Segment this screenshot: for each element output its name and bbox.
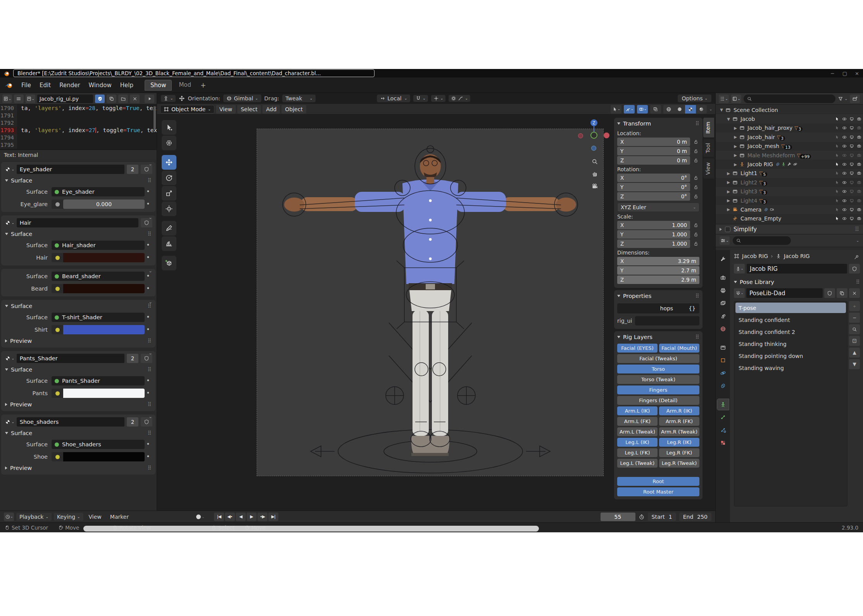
material-users-count[interactable]: 2: [127, 165, 138, 174]
n-panel-tab-view[interactable]: View: [703, 158, 714, 179]
rig-layer-button[interactable]: Facial (Tweaks): [617, 354, 699, 363]
timeline-editor-type-button[interactable]: ⌄: [4, 513, 14, 521]
properties-tab-constraints[interactable]: [717, 380, 729, 391]
properties-tab-view-layer[interactable]: [717, 298, 729, 309]
n-panel-tab-item[interactable]: Item: [703, 118, 714, 138]
expand-caret-icon[interactable]: ▼: [726, 117, 731, 121]
disable-render-toggle[interactable]: [857, 162, 861, 167]
hide-eye-toggle[interactable]: [842, 207, 847, 212]
disable-render-toggle[interactable]: [857, 135, 861, 139]
hide-eye-toggle[interactable]: [842, 189, 847, 194]
show-overlays-toggle[interactable]: ⌄: [637, 105, 648, 114]
disable-render-toggle[interactable]: [857, 216, 861, 221]
scale-rows-x-field[interactable]: X1.000: [617, 221, 690, 229]
disable-render-toggle[interactable]: [857, 207, 861, 212]
collapse-triangle-icon[interactable]: [617, 336, 620, 338]
play-button[interactable]: ▶: [247, 513, 257, 521]
move-gizmo-icon[interactable]: [179, 95, 185, 102]
disable-viewport-toggle[interactable]: [849, 189, 854, 194]
color-swatch[interactable]: [63, 452, 145, 461]
select-arrow-icon[interactable]: [835, 135, 839, 139]
color-swatch[interactable]: [63, 284, 145, 293]
material-datablock-button[interactable]: ⌄: [5, 220, 14, 225]
outliner-row[interactable]: ▼Scene Collection: [716, 105, 863, 114]
outliner-item-label[interactable]: Jacob: [740, 116, 755, 122]
surface-shader-field[interactable]: Shoe_shaders: [52, 440, 145, 449]
dim-rows-y-field[interactable]: Y2.7 m: [617, 266, 699, 275]
outliner-row[interactable]: ▶Jacob_hair▽3: [716, 132, 863, 141]
add-cube-tool[interactable]: [162, 256, 176, 270]
expand-caret-icon[interactable]: ▼: [719, 108, 724, 112]
collapse-triangle-icon[interactable]: [617, 295, 620, 297]
outliner-item-label[interactable]: Jacob_hair: [747, 134, 775, 140]
pose-add-button[interactable]: ＋: [849, 301, 860, 311]
lock-icon[interactable]: [692, 175, 699, 181]
viewport-menu-select[interactable]: Select: [237, 105, 261, 114]
next-keyframe-button[interactable]: •▶: [257, 513, 268, 521]
zoom-icon[interactable]: [590, 157, 600, 167]
outliner-row[interactable]: ▶Light2▽3: [716, 178, 863, 187]
proportional-editing-toggle[interactable]: ⌄: [449, 95, 470, 102]
outliner-row[interactable]: ▶Male Meshdeform▽+99: [716, 151, 863, 160]
viewport-menu-view[interactable]: View: [216, 105, 236, 114]
close-button[interactable]: ×: [855, 71, 859, 76]
rigui-field[interactable]: [635, 316, 699, 325]
surface-shader-field[interactable]: T-shirt_Shader: [52, 313, 145, 322]
material-datablock-button[interactable]: ⌄: [5, 167, 14, 172]
disable-viewport-toggle[interactable]: [849, 135, 854, 139]
rig-layer-button[interactable]: Fingers (Detail): [617, 396, 699, 405]
hide-eye-toggle[interactable]: [842, 216, 847, 221]
select-arrow-icon[interactable]: [835, 216, 839, 221]
pose-list-item[interactable]: Standing confident: [735, 315, 846, 325]
orientation-dropdown[interactable]: Gimbal⌄: [223, 95, 261, 102]
rig-layer-button[interactable]: Leg.L (IK): [617, 438, 658, 447]
surface-shader-field[interactable]: Beard_shader: [52, 272, 145, 281]
rig-layer-button[interactable]: Arm.L (Tweak): [617, 427, 658, 436]
armature-name-field[interactable]: Jacob RIG: [747, 264, 847, 274]
axis-z-ball[interactable]: Z: [590, 119, 597, 126]
select-arrow-icon[interactable]: [835, 207, 839, 212]
menu-window[interactable]: Window: [85, 80, 116, 90]
hops-property-field[interactable]: hops{}: [617, 303, 699, 313]
panel-drag-dots-icon[interactable]: ⠿: [695, 120, 699, 127]
measure-tool[interactable]: [162, 236, 176, 251]
properties-tab-world[interactable]: [717, 323, 729, 334]
jump-to-end-button[interactable]: ▶|: [268, 513, 278, 521]
move-tool[interactable]: [162, 155, 176, 170]
drag-dropdown[interactable]: Tweak⌄: [282, 95, 316, 102]
text-datablock-button[interactable]: ⌄: [26, 95, 35, 103]
rig-layer-button[interactable]: Leg.R (Tweak): [659, 459, 699, 468]
lock-icon[interactable]: [692, 232, 699, 237]
filter-button[interactable]: ⌄: [838, 96, 847, 102]
timeline-marker-menu[interactable]: Marker: [107, 513, 132, 521]
keying-menu[interactable]: Keying⌄: [54, 513, 83, 521]
properties-tab-output[interactable]: [717, 285, 729, 296]
unlink-button[interactable]: [849, 288, 860, 298]
action-datablock-button[interactable]: ⌄: [734, 288, 745, 298]
pin-icon[interactable]: [854, 254, 859, 260]
chevron-down-icon[interactable]: ⌄: [148, 161, 152, 167]
material-datablock-button[interactable]: ⌄: [5, 356, 14, 361]
properties-editor-type-button[interactable]: ⌄: [720, 236, 730, 245]
outliner-row[interactable]: ▶Jacob_mesh▽13: [716, 142, 863, 151]
rig-layer-button[interactable]: Leg.R (FK): [659, 448, 699, 457]
disable-viewport-toggle[interactable]: [849, 117, 854, 121]
rig-layer-button[interactable]: Leg.L (Tweak): [617, 459, 658, 468]
hide-eye-toggle[interactable]: [842, 162, 847, 167]
animate-dot-icon[interactable]: •: [145, 390, 152, 397]
color-swatch[interactable]: [63, 389, 145, 398]
outliner-search-input[interactable]: [744, 95, 835, 103]
disable-viewport-toggle[interactable]: [849, 180, 854, 185]
properties-tab-bone-constraint[interactable]: [717, 425, 729, 435]
axis-x-ball[interactable]: [604, 132, 609, 138]
color-socket-chip[interactable]: [52, 284, 63, 293]
new-collection-button[interactable]: [850, 95, 860, 103]
surface-section-header[interactable]: Surface⠿: [1, 176, 155, 186]
simplify-panel-header[interactable]: Simplify ⠿: [716, 224, 863, 234]
material-users-count[interactable]: 2: [127, 417, 138, 427]
surface-section-header[interactable]: Surface⠿: [1, 365, 155, 375]
expand-caret-icon[interactable]: ▶: [733, 153, 738, 157]
material-name-field[interactable]: Hair: [17, 218, 138, 227]
transform-tool[interactable]: [162, 201, 176, 216]
hide-eye-toggle[interactable]: [842, 126, 847, 130]
